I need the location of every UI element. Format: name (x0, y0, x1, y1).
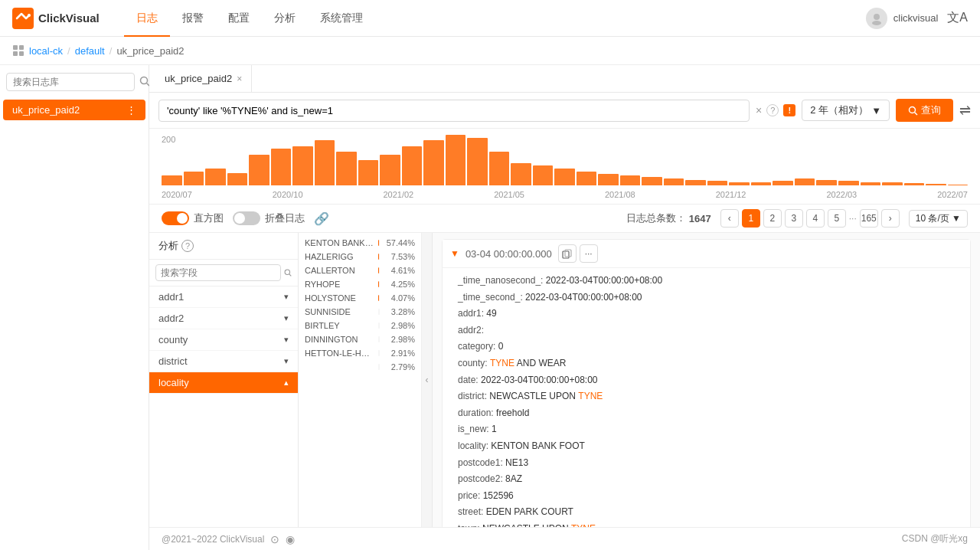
search-button[interactable]: 查询 (896, 99, 953, 122)
query-input[interactable] (158, 100, 750, 122)
query-warn-icon[interactable]: ! (783, 104, 795, 116)
dist-bar-wrap (378, 336, 380, 342)
logo-text: ClickVisual (38, 11, 100, 25)
chart-bar (577, 172, 597, 185)
field-item-district[interactable]: district ▾ (149, 351, 298, 372)
dist-label: CALLERTON (305, 266, 374, 275)
log-results-area: ▼ 03-04 00:00:00.000 ··· _time_nanosecon… (433, 233, 980, 527)
field-item-addr2[interactable]: addr2 ▾ (149, 308, 298, 329)
chart-bar (729, 182, 750, 185)
link-icon[interactable]: 🔗 (314, 211, 329, 226)
log-library-sidebar: + uk_price_paid2 ⋮ (0, 65, 149, 550)
tab-uk-price-paid2[interactable]: uk_price_paid2 × (155, 65, 252, 93)
chevron-down-icon: ▼ (952, 213, 961, 224)
page-3-button[interactable]: 3 (785, 209, 803, 228)
query-clear-icon[interactable]: × (756, 104, 762, 116)
field-search-input[interactable] (155, 264, 281, 281)
distribution-row: RYHOPE 4.25% (299, 277, 421, 291)
field-item-addr1[interactable]: addr1 ▾ (149, 286, 298, 308)
chart-bar (838, 181, 859, 185)
field-category: category: 0 (458, 339, 962, 355)
fold-toggle[interactable] (233, 211, 260, 225)
page-4-button[interactable]: 4 (806, 209, 825, 228)
next-page-button[interactable]: › (881, 209, 900, 228)
field-district: district: NEWCASTLE UPON TYNE (458, 388, 962, 405)
chart-bar (249, 155, 270, 185)
log-expand-button-1[interactable]: ▼ (450, 248, 459, 259)
chart-bar (467, 138, 488, 185)
chevron-down-icon: ▾ (284, 356, 289, 366)
chevron-down-icon: ▾ (284, 335, 289, 345)
field-item-locality-wrapper: locality locality ▴ (149, 372, 298, 394)
github-icon[interactable]: ⊙ (270, 533, 279, 545)
histogram-toggle[interactable] (162, 211, 189, 225)
analytics-help-icon[interactable]: ? (181, 240, 194, 252)
nav-item-system[interactable]: 系统管理 (308, 0, 375, 37)
chart-bar (402, 146, 423, 185)
nav-item-analysis[interactable]: 分析 (262, 0, 308, 37)
tab-close-button[interactable]: × (237, 74, 242, 84)
distribution-panel: KENTON BANK F... 57.44% HAZLERIGG 7.53% … (299, 233, 433, 527)
histogram-label: 直方图 (194, 211, 224, 225)
chart-bar (882, 182, 903, 185)
nav-item-alerts[interactable]: 报警 (170, 0, 216, 37)
brand-text: CSDN @听光xg (902, 532, 968, 545)
app-layout: ClickVisual 日志 报警 配置 分析 系统管理 (0, 0, 980, 550)
field-county: county: TYNE AND WEAR (458, 355, 962, 372)
distribution-rows: KENTON BANK F... 57.44% HAZLERIGG 7.53% … (299, 236, 421, 374)
breadcrumb-part-1[interactable]: local-ck (29, 45, 63, 57)
dist-percent: 57.44% (384, 238, 415, 247)
language-switch[interactable]: 文A (947, 10, 968, 26)
body-layout: + uk_price_paid2 ⋮ uk_price_paid2 × × (0, 65, 980, 550)
fold-toggle-group: 折叠日志 (233, 211, 305, 225)
search-icon[interactable] (139, 76, 150, 89)
filter-icon[interactable]: ⇌ (959, 102, 971, 119)
search-log-input[interactable] (6, 73, 135, 91)
dist-percent: 7.53% (384, 252, 415, 261)
chart-bar (511, 163, 531, 185)
chart-bar (380, 155, 400, 185)
nav-item-logs[interactable]: 日志 (124, 0, 170, 37)
chart-bar (816, 180, 837, 185)
more-icon[interactable]: ⋮ (126, 104, 136, 116)
chart-container: 200 2020/07 2020/10 2021/02 2021/05 2021… (162, 135, 968, 204)
log-more-button-1[interactable]: ··· (580, 244, 598, 263)
chart-bars (162, 135, 968, 188)
search-icon (284, 267, 292, 278)
user-avatar (866, 8, 887, 29)
last-page-button[interactable]: 165 (860, 209, 878, 228)
field-item-locality[interactable]: locality ▴ (149, 372, 298, 394)
chart-bar (751, 182, 772, 185)
field-street: street: EDEN PARK COURT (458, 504, 962, 521)
sidebar-item-uk-price-paid2[interactable]: uk_price_paid2 ⋮ (3, 100, 145, 120)
user-info: clickvisual (866, 8, 939, 29)
breadcrumb: local-ck / default / uk_price_paid2 (0, 37, 980, 65)
dist-label: RYHOPE (305, 280, 374, 289)
field-addr1: addr1: 49 (458, 306, 962, 322)
page-2-button[interactable]: 2 (763, 209, 782, 228)
dist-bar-wrap (378, 350, 380, 356)
field-item-county[interactable]: county ▾ (149, 329, 298, 351)
fold-label: 折叠日志 (265, 211, 305, 225)
search-icon (908, 106, 918, 116)
prev-page-button[interactable]: ‹ (720, 209, 739, 228)
fold-toggle-knob (234, 213, 245, 224)
svg-point-3 (872, 21, 881, 25)
page-5-button[interactable]: 5 (828, 209, 846, 228)
query-help-icon[interactable]: ? (766, 104, 779, 116)
per-page-selector[interactable]: 10 条/页 ▼ (909, 210, 968, 228)
dist-bar-wrap (378, 364, 380, 370)
distribution-row: HOLYSTONE 4.07% (299, 291, 421, 305)
page-1-button[interactable]: 1 (742, 209, 760, 228)
chart-bar (489, 152, 510, 185)
breadcrumb-part-2[interactable]: default (75, 45, 105, 57)
analytics-header: 分析 ? (149, 233, 298, 260)
field-town: town: NEWCASTLE UPON TYNE (458, 521, 962, 527)
log-copy-button-1[interactable] (558, 244, 577, 263)
time-range-selector[interactable]: 2 年（相对） ▼ (802, 100, 890, 121)
nav-item-config[interactable]: 配置 (216, 0, 262, 37)
distribution-collapse-button[interactable]: ‹ (421, 233, 432, 527)
discord-icon[interactable]: ◉ (286, 533, 295, 545)
log-fields-1: _time_nanosecond_: 2022-03-04T00:00:00+0… (443, 268, 970, 527)
chart-bar (554, 169, 575, 185)
